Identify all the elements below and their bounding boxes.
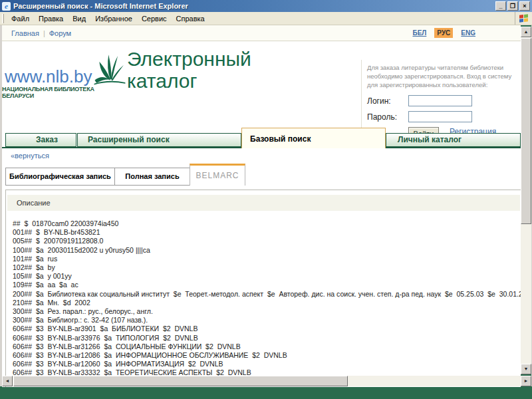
menu-item[interactable]: Сервис — [137, 13, 172, 25]
menu-item[interactable]: Справка — [172, 13, 209, 25]
nlb-bird-logo-icon — [92, 49, 127, 89]
marc-line: ## $ 01870cam0 22003974ia450 — [13, 219, 521, 228]
marc-line: 606## $3 BY-NLB-ar12060 $a ИНФОРМАТИЗАЦИ… — [13, 360, 521, 368]
marc-line: 001## $ BY-NLB-br453821 — [13, 228, 521, 237]
page-viewport: Главная|Форум БЕЛ РУС ENG www.nlb.by НАЦ… — [2, 25, 521, 387]
tab-basic-search[interactable]: Базовый поиск — [241, 128, 386, 148]
record-content-box: Описание ## $ 01870cam0 22003974ia450001… — [5, 190, 521, 387]
tab-bibliographic-record[interactable]: Библиографическая запись — [5, 168, 115, 186]
lang-bel-link[interactable]: БЕЛ — [412, 29, 426, 37]
marc-line: 210## $a Мн. $d 2002 — [13, 299, 521, 307]
home-link[interactable]: Главная — [11, 29, 39, 37]
marc-line: 102## $a by — [13, 263, 521, 272]
forum-link[interactable]: Форум — [49, 29, 71, 37]
scroll-up-icon[interactable]: ▲ — [521, 27, 531, 37]
marc-line: 005## $ 20070919112808.0 — [13, 237, 521, 245]
login-input[interactable] — [408, 95, 472, 106]
link-separator: | — [43, 29, 45, 37]
marc-line: 606## $3 BY-NLB-ar33976 $a ТИПОЛОГИЯ $2 … — [13, 334, 521, 342]
marc-line: 300## $a Рез. парал.: рус., белорус., ан… — [13, 307, 521, 316]
scroll-down-icon[interactable]: ▼ — [521, 364, 531, 374]
marc-line: 109## $a aa $a ac — [13, 281, 521, 289]
menu-item[interactable]: Вид — [68, 13, 90, 25]
site-header: www.nlb.by НАЦИОНАЛЬНАЯ БИБЛИОТЕКА БЕЛАР… — [2, 41, 521, 132]
window-title: Расширенный поиск - Microsoft Internet E… — [13, 2, 495, 10]
login-panel: Для заказа литературы читателям библиоте… — [361, 60, 521, 136]
marc-record: ## $ 01870cam0 22003974ia450001## $ BY-N… — [6, 211, 521, 387]
record-tab-bar: Библиографическая запись Полная запись B… — [2, 164, 521, 186]
section-title: Описание — [7, 195, 520, 211]
scroll-right-icon[interactable]: ► — [521, 376, 531, 386]
browser-window: e Расширенный поиск - Microsoft Internet… — [0, 0, 532, 399]
internet-explorer-icon: e — [2, 2, 11, 11]
horizontal-scrollbar[interactable]: ◄ ► — [2, 376, 531, 386]
menu-item[interactable]: Правка — [34, 13, 68, 25]
tab-full-record[interactable]: Полная запись — [114, 168, 190, 186]
close-button[interactable]: × — [519, 1, 530, 11]
menu-bar: ФайлПравкаВидИзбранноеСервисСправка — [0, 12, 532, 25]
vertical-scroll-thumb[interactable] — [521, 38, 531, 224]
site-url-link[interactable]: www.nlb.by — [5, 66, 92, 87]
menu-item[interactable]: Файл — [7, 13, 34, 25]
marc-line: 101## $a rus — [13, 255, 521, 263]
marc-line: 606## $3 BY-NLB-ar3902 $a БІБЛІЯТЭКІ $2 … — [13, 386, 521, 387]
title-bar: e Расширенный поиск - Microsoft Internet… — [0, 0, 532, 12]
marc-line: 300## $a Библиогр.: с. 32-42 (107 назв.)… — [13, 316, 521, 325]
scroll-left-icon[interactable]: ◄ — [2, 376, 13, 386]
catalog-title: Электронный каталог — [127, 48, 277, 92]
password-input[interactable] — [408, 111, 472, 122]
main-tab-bar: Заказ Расширенный поиск Базовый поиск Ли… — [2, 132, 521, 148]
marc-line: 606## $3 BY-NLB-ar31266 $a СОЦИАЛЬНЫЕ ФУ… — [13, 342, 521, 351]
marc-line: 606## $3 BY-NLB-ar3901 $a БИБЛИОТЕКИ $2 … — [13, 325, 521, 333]
marc-line: 200## $a Библиотека как социальный инсти… — [13, 290, 521, 299]
tab-order[interactable]: Заказ — [5, 133, 76, 147]
vertical-scrollbar[interactable]: ▲ ▼ — [521, 27, 531, 374]
tab-personal-catalog[interactable]: Личный каталог — [386, 133, 521, 147]
top-link-bar: Главная|Форум БЕЛ РУС ENG — [2, 25, 521, 41]
tab-belmarc[interactable]: BELMARC — [190, 164, 245, 186]
back-link[interactable]: «вернуться — [11, 152, 49, 160]
menu-item[interactable]: Избранное — [90, 13, 137, 25]
marc-line: 105## $a y 001yy — [13, 272, 521, 281]
tab-advanced-search[interactable]: Расширенный поиск — [77, 133, 241, 147]
marc-line: 100## $a 20030115d2002 u y0rusy50 ||||ca — [13, 246, 521, 255]
windows-logo-icon — [515, 12, 532, 25]
menu-grip-handle[interactable] — [2, 14, 4, 23]
marc-line: 606## $3 BY-NLB-ar12086 $a ИНФОРМАЦИОННО… — [13, 351, 521, 360]
lang-rus-link[interactable]: РУС — [434, 28, 453, 38]
password-label: Пароль: — [367, 112, 408, 122]
lang-eng-link[interactable]: ENG — [461, 29, 475, 37]
login-label: Логин: — [367, 96, 408, 106]
horizontal-scroll-thumb[interactable] — [13, 376, 348, 386]
minimize-button[interactable]: _ — [495, 1, 506, 11]
language-switcher: БЕЛ РУС ENG — [412, 28, 475, 38]
login-info-text: Для заказа литературы читателям библиоте… — [367, 63, 518, 89]
restore-button[interactable]: ❐ — [507, 1, 518, 11]
